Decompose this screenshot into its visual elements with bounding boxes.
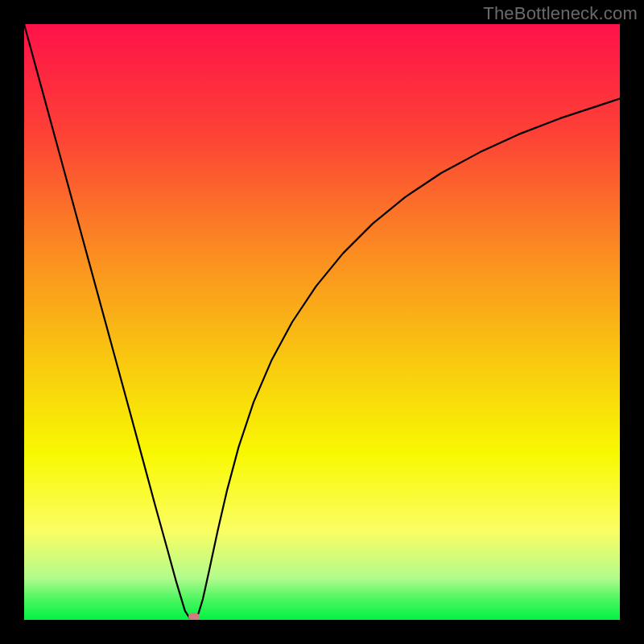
plot-area — [24, 24, 620, 620]
curve-layer — [24, 24, 620, 620]
chart-frame: TheBottleneck.com — [0, 0, 644, 644]
bottleneck-curve — [24, 24, 620, 620]
watermark-text: TheBottleneck.com — [483, 3, 638, 24]
bottleneck-marker — [188, 613, 200, 620]
